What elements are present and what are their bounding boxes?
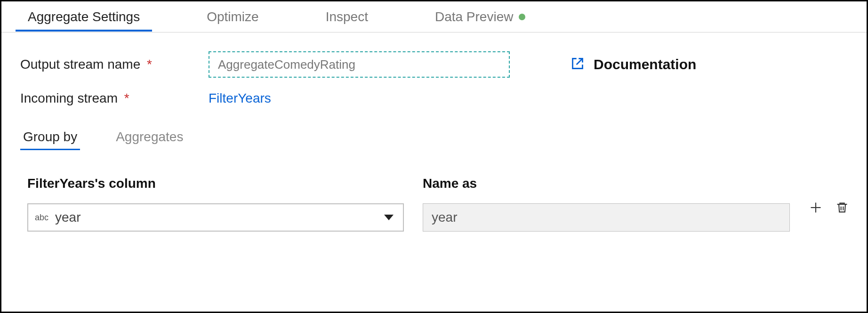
subtab-group-by[interactable]: Group by — [20, 125, 80, 150]
top-tabs: Aggregate Settings Optimize Inspect Data… — [1, 1, 867, 32]
subtab-aggregates[interactable]: Aggregates — [113, 125, 186, 150]
tab-label: Aggregate Settings — [28, 9, 140, 24]
column-dropdown[interactable]: abc year — [27, 203, 404, 232]
output-stream-label: Output stream name * — [20, 57, 209, 72]
incoming-stream-label: Incoming stream * — [20, 91, 209, 106]
type-badge: abc — [35, 213, 48, 223]
incoming-stream-value[interactable]: FilterYears — [209, 91, 271, 106]
trash-icon — [836, 201, 849, 216]
incoming-stream-row: Incoming stream * FilterYears — [20, 91, 848, 106]
column-selector-col: FilterYears's column abc year — [27, 176, 404, 232]
subtab-label: Group by — [23, 129, 77, 144]
required-asterisk: * — [147, 57, 152, 72]
label-text: Output stream name — [20, 57, 140, 72]
required-asterisk: * — [124, 91, 129, 105]
delete-row-button[interactable] — [835, 201, 849, 216]
tab-optimize[interactable]: Optimize — [194, 3, 271, 31]
name-as-col: Name as — [423, 176, 790, 232]
output-stream-input[interactable] — [209, 51, 510, 78]
tab-label: Data Preview — [435, 9, 514, 24]
chevron-down-icon — [384, 215, 394, 220]
group-by-grid: FilterYears's column abc year Name as — [27, 176, 848, 232]
documentation-link[interactable]: Documentation — [571, 56, 696, 72]
column-header: FilterYears's column — [27, 176, 404, 191]
external-link-icon — [571, 57, 584, 72]
tab-label: Optimize — [207, 9, 258, 24]
column-value: year — [55, 210, 384, 225]
label-text: Incoming stream — [20, 91, 118, 105]
name-as-header: Name as — [423, 176, 790, 191]
aggregate-settings-panel: Aggregate Settings Optimize Inspect Data… — [0, 0, 868, 313]
status-dot-icon — [519, 14, 525, 20]
plus-icon — [809, 201, 822, 216]
documentation-label: Documentation — [594, 56, 696, 72]
tab-label: Inspect — [326, 9, 368, 24]
subtab-label: Aggregates — [116, 129, 183, 144]
tab-aggregate-settings[interactable]: Aggregate Settings — [16, 3, 152, 31]
tab-inspect[interactable]: Inspect — [313, 3, 380, 31]
row-actions — [809, 201, 849, 216]
output-stream-row: Output stream name * Documentation — [20, 51, 848, 78]
form-area: Output stream name * Documentation Incom… — [1, 32, 867, 106]
name-as-input[interactable] — [423, 203, 790, 232]
sub-tabs: Group by Aggregates — [20, 125, 867, 150]
add-row-button[interactable] — [809, 201, 823, 216]
tab-data-preview[interactable]: Data Preview — [423, 3, 538, 31]
